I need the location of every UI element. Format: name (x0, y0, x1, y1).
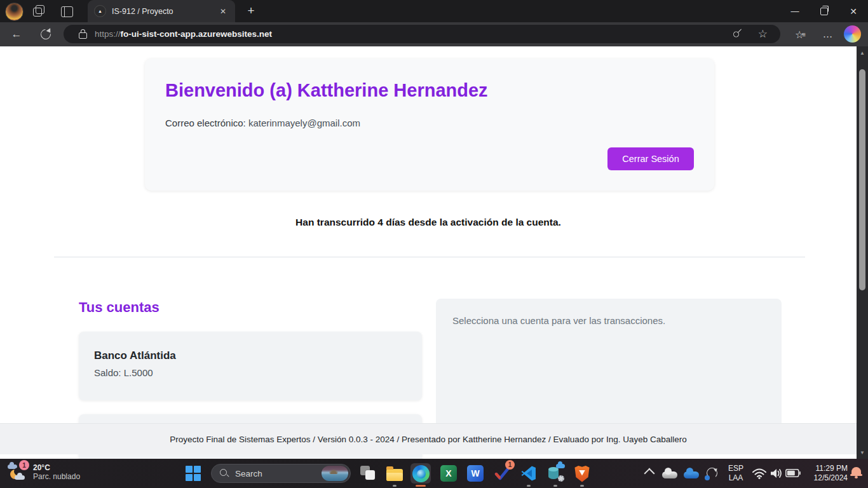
excel-icon: X (440, 465, 457, 482)
scroll-down-icon[interactable]: ▼ (857, 447, 868, 458)
start-button[interactable] (186, 466, 201, 481)
taskbar-search[interactable]: Search (211, 464, 351, 483)
edge-button[interactable] (410, 463, 431, 484)
address-bar[interactable]: https:// fo-ui-sist-cont-app.azurewebsit… (64, 25, 780, 43)
todo-badge: 1 (505, 460, 515, 470)
tab-title: IS-912 / Proyecto (112, 7, 217, 16)
workspaces-icon[interactable] (33, 5, 44, 17)
welcome-card: Bienvenido (a) Kattherine Hernandez Corr… (145, 58, 714, 191)
language-indicator[interactable]: ESP LAA (728, 464, 743, 483)
account-card[interactable]: Banco Atlántida Saldo: L.5000 (79, 332, 422, 400)
back-button[interactable]: ← (9, 27, 24, 42)
wifi-icon[interactable] (752, 468, 766, 479)
volume-icon[interactable] (770, 468, 783, 479)
window-restore-button[interactable] (810, 0, 839, 22)
restore-icon (820, 8, 828, 15)
browser-menu-button[interactable]: … (820, 27, 836, 42)
vscode-button[interactable] (519, 463, 539, 484)
ssms-button[interactable] (545, 463, 566, 484)
reload-button[interactable] (38, 27, 53, 42)
url-scheme: https:// (95, 29, 121, 39)
browser-tab[interactable]: ▲ IS-912 / Proyecto ✕ (88, 0, 235, 22)
word-button[interactable]: W (465, 463, 485, 484)
search-placeholder: Search (235, 469, 322, 478)
transactions-placeholder: Selecciona una cuenta para ver las trans… (452, 315, 765, 326)
screen: ▲ IS-912 / Proyecto ✕ + — ✕ ← https:// f… (0, 0, 868, 488)
divider (54, 257, 805, 257)
bank-name: Banco Atlántida (94, 349, 407, 362)
transactions-panel: Selecciona una cuenta para ver las trans… (436, 299, 782, 432)
password-key-icon[interactable] (730, 26, 746, 42)
reload-icon (39, 27, 53, 42)
tab-close-icon[interactable]: ✕ (217, 6, 229, 17)
email-line: Correo electrónico: katerinmayely@gmail.… (165, 118, 694, 128)
vertical-scrollbar[interactable]: ▲ ▼ (857, 46, 868, 459)
excel-button[interactable]: X (438, 463, 459, 484)
weather-temperature: 20°C (33, 463, 80, 472)
page-footer: Proyecto Final de Sistemas Expertos / Ve… (0, 423, 857, 454)
weather-widget[interactable]: 1 20°C Parc. nublado (6, 461, 80, 483)
profile-avatar[interactable] (5, 3, 24, 21)
battery-icon[interactable] (785, 469, 801, 477)
page-viewport: Bienvenido (a) Kattherine Hernandez Corr… (0, 46, 857, 459)
onedrive-icon[interactable] (684, 471, 699, 478)
notification-bell-icon[interactable] (851, 467, 861, 476)
brave-icon (574, 465, 590, 482)
balance-label: Saldo: (94, 367, 121, 378)
edge-icon (412, 465, 430, 482)
footer-text: Proyecto Final de Sistemas Expertos / Ve… (170, 435, 686, 444)
email-label: Correo electrónico: (165, 118, 246, 128)
window-minimize-button[interactable]: — (780, 0, 810, 22)
folder-icon (386, 469, 403, 481)
accounts-heading: Tus cuentas (79, 299, 159, 316)
favorites-bar-button[interactable]: ☆≡ (792, 27, 808, 42)
sync-icon[interactable] (707, 468, 717, 478)
vscode-icon (520, 465, 537, 482)
keyboard-layout: LAA (728, 473, 743, 483)
scroll-up-icon[interactable]: ▲ (857, 48, 868, 58)
favorite-star-icon[interactable]: ☆ (758, 27, 768, 41)
brave-button[interactable] (572, 463, 592, 484)
email-value: katerinmayely@gmail.com (248, 118, 360, 128)
lock-icon (79, 32, 87, 39)
word-icon: W (467, 465, 484, 482)
browser-navbar: ← https:// fo-ui-sist-cont-app.azurewebs… (0, 22, 868, 46)
tab-actions-icon[interactable] (61, 6, 73, 17)
activation-notice: Han transcurrido 4 días desde la activac… (0, 217, 857, 228)
file-explorer-button[interactable] (384, 463, 405, 484)
welcome-title: Bienvenido (a) Kattherine Hernandez (165, 80, 694, 101)
search-icon (219, 468, 229, 478)
new-tab-button[interactable]: + (243, 3, 259, 19)
weather-text: 20°C Parc. nublado (33, 463, 80, 481)
taskbar: 1 20°C Parc. nublado Search X (0, 459, 868, 488)
clock[interactable]: 11:29 PM 12/5/2024 (802, 464, 848, 483)
todo-button[interactable]: 1 (492, 463, 512, 484)
scrollbar-thumb[interactable] (859, 69, 865, 290)
task-view-button[interactable] (358, 463, 378, 484)
task-view-icon (360, 466, 376, 481)
copilot-icon[interactable] (844, 25, 861, 43)
clock-time: 11:29 PM (802, 464, 848, 473)
clock-date: 12/5/2024 (802, 473, 848, 483)
language-code: ESP (728, 464, 743, 473)
window-close-button[interactable]: ✕ (839, 0, 868, 22)
weather-condition: Parc. nublado (33, 472, 80, 481)
url-host: fo-ui-sist-cont-app.azurewebsites.net (121, 29, 273, 39)
onedrive-personal-icon[interactable] (662, 471, 677, 478)
logout-button[interactable]: Cerrar Sesión (607, 147, 694, 170)
ssms-icon (547, 465, 564, 482)
browser-titlebar: ▲ IS-912 / Proyecto ✕ + — ✕ (0, 0, 868, 22)
tray-chevron-icon[interactable] (644, 468, 655, 479)
balance-value: L.5000 (124, 367, 153, 378)
site-favicon-icon: ▲ (94, 5, 106, 17)
weather-badge: 1 (19, 460, 29, 470)
search-daily-image (322, 466, 348, 481)
bank-balance: Saldo: L.5000 (94, 367, 407, 378)
weather-icon: 1 (6, 461, 28, 483)
